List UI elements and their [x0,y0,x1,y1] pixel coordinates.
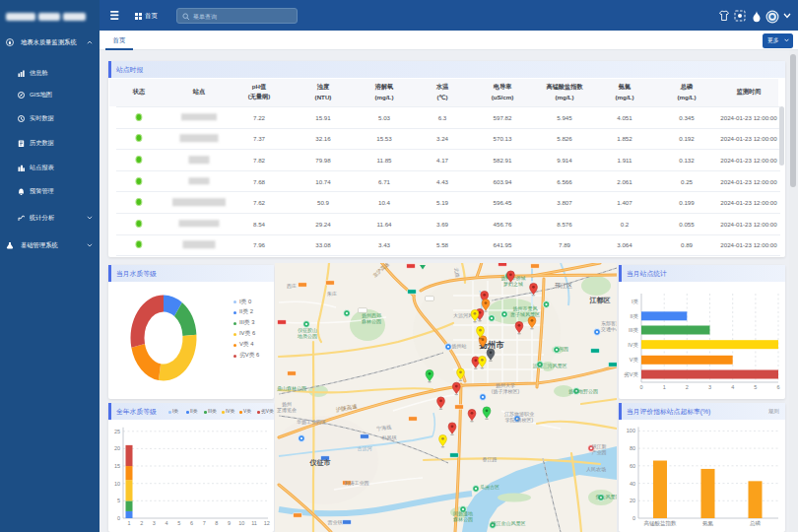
svg-text:5: 5 [117,498,120,503]
svg-text:40: 40 [630,481,635,487]
svg-text:8: 8 [215,520,218,526]
svg-text:4: 4 [731,384,734,390]
svg-text:劣V类: 劣V类 [624,371,638,378]
svg-text:邗江区: 邗江区 [555,282,572,289]
svg-text:III类: III类 [629,327,639,333]
svg-text:高锰酸盐指数: 高锰酸盐指数 [644,520,678,527]
svg-text:10: 10 [238,520,244,526]
svg-text:扬州西郊森林公园: 扬州西郊森林公园 [362,312,381,325]
svg-text:1: 1 [663,384,666,390]
svg-text:人民农场: 人民农场 [586,466,606,473]
svg-text:运河三湾风景区: 运河三湾风景区 [533,363,567,369]
svg-text:闰扬漫地森林公园: 闰扬漫地森林公园 [453,510,473,523]
svg-text:仪征胶山地质公园: 仪征胶山地质公园 [297,327,317,340]
svg-text:东部客运交通中心: 东部客运交通中心 [601,320,617,332]
svg-text:60: 60 [630,463,635,469]
svg-text:IV类: IV类 [628,342,638,348]
svg-text:总磷: 总磷 [749,520,762,526]
svg-text:氨氮: 氨氮 [702,520,714,526]
svg-text:2: 2 [686,384,689,390]
svg-text:11: 11 [251,520,257,526]
svg-text:V类: V类 [630,357,639,363]
svg-text:9: 9 [228,520,231,526]
svg-text:3: 3 [153,520,156,526]
svg-text:1: 1 [127,520,130,526]
svg-text:西庄: 西庄 [287,283,297,290]
svg-text:江苏旅游职业学院(新校区): 江苏旅游职业学院(新校区) [504,411,534,424]
svg-text:15: 15 [114,463,120,469]
svg-text:焦山风景区: 焦山风景区 [596,494,618,499]
svg-text:6: 6 [776,384,779,390]
svg-text:春江路: 春江路 [483,456,498,463]
svg-text:瓜洲古区: 瓜洲古区 [480,484,499,491]
svg-text:2: 2 [140,520,143,526]
svg-text:0: 0 [117,515,120,521]
svg-text:7: 7 [203,520,206,526]
svg-text:朱庄: 朱庄 [327,291,337,297]
svg-text:扬子翊野公园: 扬子翊野公园 [568,388,598,395]
svg-text:20: 20 [630,498,635,503]
svg-text:古运河: 古运河 [358,445,372,452]
svg-text:3: 3 [708,384,711,390]
svg-text:扬州站: 扬州站 [452,343,467,350]
svg-text:0: 0 [639,384,642,390]
svg-text:5: 5 [177,520,180,526]
svg-text:营业镇: 营业镇 [328,519,343,526]
svg-text:5: 5 [754,384,757,390]
svg-text:镇江新产业园: 镇江新产业园 [592,443,607,456]
svg-text:朴凤镇: 朴凤镇 [381,434,397,440]
svg-text:80: 80 [630,445,635,451]
svg-text:利涛工业园: 利涛工业园 [345,480,369,487]
svg-text:华扬工业园区: 华扬工业园区 [297,419,326,426]
svg-text:I类: I类 [632,299,639,304]
svg-text:仪征市: 仪征市 [309,458,331,467]
svg-text:100: 100 [627,428,635,433]
svg-text:0: 0 [632,515,635,521]
svg-text:25: 25 [114,429,120,434]
svg-text:鼎山森林公园: 鼎山森林公园 [277,385,306,392]
svg-text:4: 4 [166,520,168,526]
svg-text:20: 20 [114,445,120,451]
svg-text:12: 12 [264,520,270,526]
svg-text:江都区: 江都区 [589,297,611,304]
svg-text:II类: II类 [630,313,638,319]
svg-text:10: 10 [114,481,120,487]
svg-text:何园: 何园 [559,346,568,353]
svg-text:镇江金山风景区: 镇江金山风景区 [492,520,526,527]
svg-text:扬州市景风唐子城风景区: 扬州市景风唐子城风景区 [510,305,540,318]
svg-text:6: 6 [190,520,193,526]
